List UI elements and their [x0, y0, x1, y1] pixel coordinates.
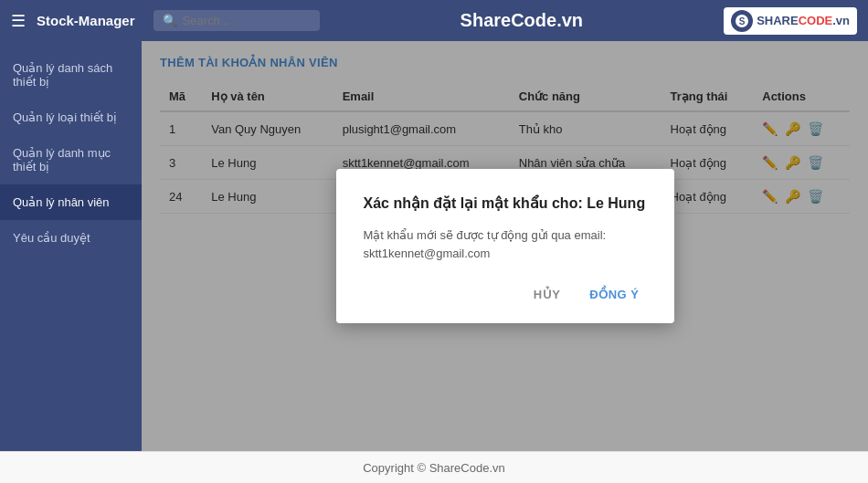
sidebar-item-loai-thiet-bi[interactable]: Quản lý loại thiết bị: [0, 100, 142, 135]
sidebar-item-nhan-vien[interactable]: Quản lý nhân viên: [0, 184, 142, 220]
logo-text: SHARECODE.vn: [757, 14, 850, 27]
sidebar-item-danh-sach-thiet-bi[interactable]: Quản lý danh sách thiết bị: [0, 50, 142, 100]
dialog-footer: HỦY ĐỒNG Ý: [364, 284, 647, 305]
logo-icon: S: [731, 10, 753, 32]
main-content: THÊM TÀI KHOẢN NHÂN VIÊN Mã Họ và tên Em…: [142, 41, 868, 451]
dialog-title: Xác nhận đặt lại mật khẩu cho: Le Hung: [364, 194, 647, 212]
confirm-dialog: Xác nhận đặt lại mật khẩu cho: Le Hung M…: [336, 169, 674, 323]
search-icon: 🔍: [163, 14, 177, 27]
sidebar: Quản lý danh sách thiết bị Quản lý loại …: [0, 41, 142, 451]
footer-text: Copyright © ShareCode.vn: [363, 461, 505, 475]
sidebar-item-danh-muc-thiet-bi[interactable]: Quản lý danh mục thiết bị: [0, 135, 142, 184]
dialog-body: Mật khẩu mới sẽ được tự động gửi qua ema…: [364, 226, 647, 262]
header-logo: S SHARECODE.vn: [724, 7, 857, 35]
search-input[interactable]: [183, 14, 311, 27]
header: ☰ Stock-Manager 🔍 ShareCode.vn S SHARECO…: [0, 0, 868, 41]
sidebar-item-yeu-cau-duyet[interactable]: Yêu cầu duyệt: [0, 220, 142, 256]
app-name: Stock-Manager: [37, 13, 135, 28]
search-bar[interactable]: 🔍: [153, 10, 320, 31]
footer: Copyright © ShareCode.vn: [0, 451, 868, 483]
confirm-button[interactable]: ĐỒNG Ý: [582, 284, 646, 305]
svg-text:S: S: [739, 16, 746, 26]
header-title: ShareCode.vn: [320, 10, 725, 31]
body-layout: Quản lý danh sách thiết bị Quản lý loại …: [0, 41, 868, 451]
cancel-button[interactable]: HỦY: [526, 284, 568, 305]
menu-icon[interactable]: ☰: [11, 11, 26, 31]
dialog-overlay: Xác nhận đặt lại mật khẩu cho: Le Hung M…: [142, 41, 868, 451]
